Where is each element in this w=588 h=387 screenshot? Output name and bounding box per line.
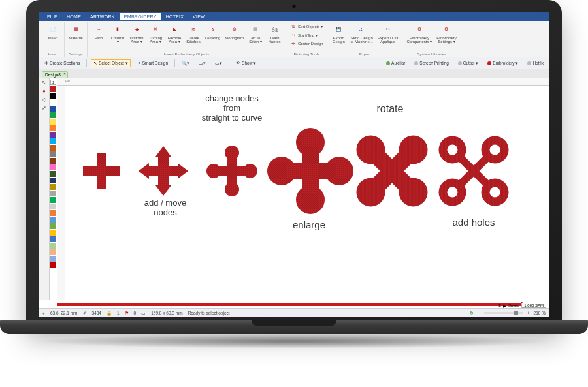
dot-icon [487, 61, 491, 65]
status-layers: 1 [117, 311, 120, 315]
menu-embroidery[interactable]: EMBROIDERY [120, 13, 161, 20]
lbl: Hotfix [532, 61, 544, 65]
turning-area-button[interactable]: ✕TurningArea ▾ [147, 23, 164, 44]
uniform-area-button[interactable]: ◆UniformArea ▾ [128, 23, 145, 44]
tool-cursor[interactable]: ↖ [41, 80, 48, 86]
plus-icon: ✚ [44, 61, 48, 66]
ribbon-group-settings: ▦ Material Settings [65, 22, 88, 57]
status-bar: ● 63.6, 22.1 mm ✐ 3434 🔒 1 ⚑ 0 ▭ 159.8 x… [39, 308, 549, 317]
swatch-26[interactable] [50, 256, 56, 262]
flexible-area-button[interactable]: ◣FlexibleArea ▾ [166, 23, 183, 44]
svg-marker-9 [178, 163, 188, 179]
swatch-17[interactable] [50, 197, 56, 203]
lbl: FlexibleArea ▾ [168, 36, 182, 44]
layer-cutter[interactable]: Cutter ▾ [455, 59, 482, 67]
speed-value[interactable]: 1,000 SPM [521, 303, 546, 308]
send-to-machine-button[interactable]: 🖧Send Designto Machine... [349, 23, 374, 44]
swatch-15[interactable] [50, 184, 56, 190]
select-object-button[interactable]: ↖Select Object ▾ [91, 59, 130, 67]
group-label: Insert [44, 52, 61, 57]
swatch-24[interactable] [50, 243, 56, 249]
color-palette: 1 [50, 78, 57, 300]
start-end-button[interactable]: ⤳Start/End ▾ [289, 32, 324, 39]
path-button[interactable]: 〰Path [90, 23, 107, 44]
swatch-25[interactable] [50, 249, 56, 255]
swatch-11[interactable] [50, 158, 56, 164]
center-design-button[interactable]: ✛Center Design [289, 40, 324, 47]
tool-node[interactable]: ◇ [41, 97, 48, 103]
menu-artwork[interactable]: ARTWORK [86, 13, 119, 20]
lettering-button[interactable]: ALettering [204, 23, 221, 44]
layer-screen-printing[interactable]: Screen Printing [412, 59, 451, 67]
column-button[interactable]: ▮Column▾ [109, 23, 126, 44]
swatch-16[interactable] [50, 191, 56, 196]
timeline-progress[interactable] [57, 303, 523, 306]
swatch-5[interactable] [50, 119, 56, 125]
menu-file[interactable]: FILE [43, 13, 61, 20]
emb-settings-button[interactable]: ⚙EmbroiderySettings ▾ [435, 23, 458, 44]
layer-hotfix[interactable]: Hotfix [525, 59, 546, 67]
swatch-27[interactable] [50, 262, 56, 268]
swatch-6[interactable] [50, 125, 56, 131]
swatch-20[interactable] [50, 217, 56, 223]
dot-icon [414, 61, 418, 65]
swatch-2[interactable] [50, 99, 56, 105]
view-tool-2[interactable]: ▭▾ [212, 59, 225, 67]
swatch-12[interactable] [50, 164, 56, 170]
sync-icon[interactable]: ↻ [470, 311, 474, 316]
menu-hotfix[interactable]: HOTFIX [162, 13, 188, 20]
sigma-icon[interactable]: Σ [498, 303, 501, 307]
turning-icon: ✕ [150, 23, 161, 35]
emb-components-button[interactable]: ⚙EmbroideryComponents ▾ [405, 23, 433, 44]
swatch-7[interactable] [50, 132, 56, 138]
zoom-plus[interactable]: + [527, 311, 530, 315]
show-dropdown[interactable]: 👁 Show ▾ [233, 59, 259, 67]
export-applique-button[interactable]: ✂Export / CutApplique [376, 23, 400, 44]
lbl: TurningArea ▾ [149, 36, 162, 44]
layer-embroidery[interactable]: Embroidery ▾ [485, 59, 521, 67]
swatch-22[interactable] [50, 230, 56, 236]
swatch-21[interactable] [50, 223, 56, 229]
document-tab[interactable]: Design8 [42, 71, 68, 78]
swatch-18[interactable] [50, 204, 56, 209]
layer-auxiliar[interactable]: Auxiliar [384, 59, 408, 67]
smart-design-button[interactable]: ✦Smart Design [135, 59, 171, 67]
status-stitches: 3434 [92, 311, 101, 315]
export-icon: 💾 [333, 23, 344, 35]
swatch-9[interactable] [50, 145, 56, 151]
swatch-3[interactable] [50, 106, 56, 112]
sort-objects-button[interactable]: ⇅Sort Objects ▾ [289, 23, 324, 30]
swatch-13[interactable] [50, 171, 56, 177]
create-stitches-button[interactable]: ≋CreateStitches [185, 23, 202, 44]
team-names-button[interactable]: A̲ʙ̲TeamNames [266, 23, 283, 44]
swatch-0[interactable] [50, 86, 56, 92]
insert-button[interactable]: 📄 Insert [44, 23, 61, 40]
swatch-23[interactable] [50, 236, 56, 242]
export-design-button[interactable]: 💾ExportDesign [330, 23, 347, 44]
swatch-14[interactable] [50, 178, 56, 183]
zoom-minus[interactable]: − [478, 311, 480, 315]
swatch-4[interactable] [50, 112, 56, 118]
applique-icon: ✂ [382, 23, 394, 35]
cursor-icon: ↖ [93, 61, 97, 66]
create-sections-button[interactable]: ✚Create Sections [42, 59, 82, 67]
art-to-stitch-button[interactable]: ▦Art toStitch ▾ [247, 23, 264, 44]
swatch-19[interactable] [50, 210, 56, 216]
tool-measure[interactable]: ⤢ [41, 105, 48, 112]
menu-home[interactable]: HOME [63, 13, 85, 20]
tool-circle[interactable]: ● [41, 88, 48, 95]
view-tool-1[interactable]: ▭▾ [196, 59, 208, 67]
zoom-slider[interactable] [484, 312, 523, 314]
lettering-icon: A [207, 23, 219, 35]
zoom-tool[interactable]: 🔍▾ [179, 59, 192, 67]
material-button[interactable]: ▦ Material [67, 23, 84, 40]
swatch-1[interactable] [50, 93, 56, 99]
canvas[interactable]: add / movenodes change nodesfromstraight… [65, 86, 549, 300]
play-icon[interactable]: ▶ [503, 303, 506, 308]
lock-icon: 🔒 [106, 311, 112, 316]
monogram-button[interactable]: ⊛Monogram [223, 23, 245, 44]
swatch-10[interactable] [50, 151, 56, 157]
swatch-8[interactable] [50, 138, 56, 144]
design-shapes [65, 86, 536, 236]
menu-view[interactable]: VIEW [189, 13, 209, 20]
